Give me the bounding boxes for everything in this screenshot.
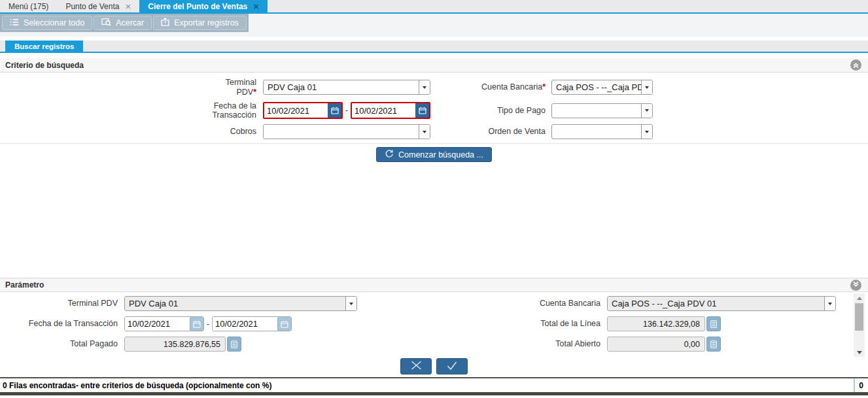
select-all-icon [10,18,19,28]
param-cuenta-value: Caja POS - --_Caja PDV 01 [608,297,824,310]
zoom-label: Acercar [116,18,144,27]
param-cuenta-select[interactable]: Caja POS - --_Caja PDV 01 [607,296,836,311]
collapse-parameter-button[interactable] [850,280,861,291]
tab-buscar-registros-label: Buscar registros [14,42,74,50]
scroll-up-arrow[interactable] [854,293,865,303]
statusbar: 0 Filas encontradas- entre criterios de … [0,377,868,392]
fecha-hasta-input[interactable] [352,103,415,118]
total-linea-input [607,316,705,331]
chevron-down-icon[interactable] [641,125,652,139]
param-cuenta-label: Cuenta Bancaria [357,299,607,308]
cobros-value [264,125,419,139]
export-records-label: Exportar registros [174,18,239,27]
select-all-button[interactable]: Seleccionar todo [2,16,92,30]
calculator-icon[interactable] [706,316,721,331]
close-icon[interactable]: × [125,3,131,10]
close-icon[interactable]: × [253,3,259,10]
zoom-button[interactable]: Acercar [94,16,152,30]
calendar-icon[interactable] [415,103,429,118]
toolbar-button-group: Seleccionar todo Acercar Exportar regist… [0,14,249,32]
tipo-pago-value [552,104,641,118]
status-message: 0 Filas encontradas- entre criterios de … [3,381,271,390]
orden-venta-select[interactable] [551,124,653,139]
status-right: 0 [854,378,868,392]
calendar-icon[interactable] [190,317,203,331]
orden-venta-label: Orden de Venta [430,127,551,137]
tab-menu[interactable]: Menú (175) [0,0,57,12]
chevron-down-icon[interactable] [824,297,835,310]
app-window: Menú (175) Punto de Venta × Cierre del P… [0,0,868,398]
chevron-down-icon[interactable] [419,125,430,139]
double-chevron-down-icon [852,279,859,291]
start-search-button[interactable]: Comenzar búsqueda ... [376,147,492,162]
scroll-down-arrow[interactable] [854,348,865,357]
tipo-pago-select[interactable] [551,103,653,118]
param-fecha-desde-input[interactable] [125,317,190,331]
calculator-icon[interactable] [227,337,241,352]
search-button-row: Comenzar búsqueda ... [0,143,868,162]
fecha-transaccion-label: Fecha de la Transacción [0,101,263,121]
scrollbar-thumb[interactable] [855,303,863,331]
bottom-edge [0,395,868,398]
required-marker: * [253,88,256,97]
vertical-scrollbar[interactable] [854,293,865,357]
chevron-down-icon[interactable] [419,80,430,94]
tipo-pago-label: Tipo de Pago [430,106,551,116]
total-abierto-input [607,337,705,352]
param-fecha-label: Fecha de la Transacción [0,319,124,329]
fecha-hasta-field [351,102,430,119]
export-records-button[interactable]: Exportar registros [153,16,247,30]
tab-cierre-punto-ventas[interactable]: Cierre del Punto de Ventas × [139,0,268,12]
required-marker: * [542,82,546,91]
calculator-icon[interactable] [706,337,721,352]
x-icon [411,361,422,373]
cancel-button[interactable] [400,358,432,374]
chevron-down-icon[interactable] [641,80,652,94]
tab-buscar-registros[interactable]: Buscar registros [5,41,83,52]
search-tab-row: Buscar registros [0,41,868,53]
param-fecha-hasta-input[interactable] [213,317,277,331]
criteria-row-terminal: Terminal PDV* PDV Caja 01 Cuenta Bancari… [0,78,868,97]
terminal-pdv-value: PDV Caja 01 [264,80,419,94]
date-range-separator: - [345,106,348,115]
param-fecha-hasta-field [212,316,292,331]
parameter-form: Terminal PDV PDV Caja 01 Cuenta Bancaria… [0,292,868,357]
fecha-desde-input[interactable] [264,103,328,118]
total-abierto-label: Total Abierto [357,339,607,349]
param-terminal-select[interactable]: PDV Caja 01 [124,296,357,311]
tab-cierre-punto-ventas-label: Cierre del Punto de Ventas [148,2,247,11]
tab-punto-de-venta-label: Punto de Venta [65,2,119,11]
calendar-icon[interactable] [328,103,341,118]
zoom-window-icon [101,18,111,28]
cobros-select[interactable] [263,124,430,139]
parameter-section-header: Parámetro [0,278,868,292]
criteria-form: Terminal PDV* PDV Caja 01 Cuenta Bancari… [0,73,868,162]
calendar-icon[interactable] [277,317,291,331]
parameter-section-title: Parámetro [5,280,850,290]
status-count: 0 [854,378,868,392]
check-icon [447,361,457,373]
window-tabbar: Menú (175) Punto de Venta × Cierre del P… [0,0,868,14]
param-row-terminal: Terminal PDV PDV Caja 01 Cuenta Bancaria… [0,296,868,311]
fecha-desde-field [263,102,343,119]
param-row-totales: Total Pagado Total Abierto [0,337,868,352]
criteria-row-cobros: Cobros Orden de Venta [0,124,868,139]
criteria-section-title: Criterio de búsqueda [5,61,850,70]
confirm-button[interactable] [436,358,468,374]
cobros-label: Cobros [0,127,263,137]
collapse-criteria-button[interactable] [850,59,861,71]
toolbar: Seleccionar todo Acercar Exportar regist… [0,14,868,37]
select-all-label: Seleccionar todo [24,18,84,27]
criteria-section-header: Criterio de búsqueda [0,58,868,73]
terminal-pdv-select[interactable]: PDV Caja 01 [263,80,430,95]
terminal-pdv-label: Terminal PDV* [0,78,263,97]
param-row-fecha: Fecha de la Transacción - Total de la Lí… [0,316,868,331]
cuenta-bancaria-select[interactable]: Caja POS - --_Caja PDV 01 [551,80,653,95]
date-range-separator: - [207,320,209,329]
chevron-down-icon[interactable] [641,104,652,118]
chevron-down-icon[interactable] [345,297,356,310]
cuenta-bancaria-label: Cuenta Bancaria* [430,82,551,92]
confirm-button-row [0,357,868,377]
param-terminal-label: Terminal PDV [0,299,124,308]
tab-punto-de-venta[interactable]: Punto de Venta × [57,0,139,12]
